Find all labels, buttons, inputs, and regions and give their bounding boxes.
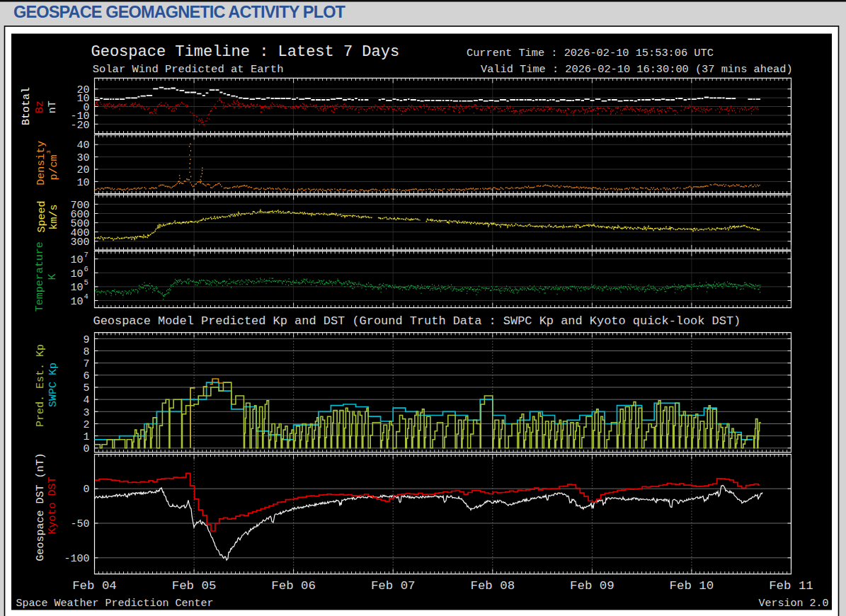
- svg-text:Feb 10: Feb 10: [670, 579, 714, 593]
- svg-text:20: 20: [76, 164, 89, 176]
- svg-text:Feb 07: Feb 07: [371, 579, 416, 593]
- svg-text:7: 7: [84, 251, 88, 259]
- svg-text:K: K: [47, 273, 59, 280]
- svg-text:30: 30: [76, 152, 89, 164]
- svg-text:Bz: Bz: [34, 101, 46, 113]
- svg-text:2: 2: [83, 419, 89, 431]
- svg-text:GEOSPACE GEOMAGNETIC ACTIVITY: GEOSPACE GEOMAGNETIC ACTIVITY PLOT: [13, 3, 346, 21]
- svg-text:Version 2.0: Version 2.0: [758, 598, 828, 610]
- svg-text:8: 8: [83, 346, 89, 358]
- svg-text:10: 10: [70, 254, 83, 266]
- svg-text:Feb 04: Feb 04: [72, 579, 117, 593]
- svg-text:4: 4: [83, 394, 89, 406]
- svg-text:Feb 05: Feb 05: [172, 579, 217, 593]
- svg-text:Speed: Speed: [36, 200, 48, 232]
- svg-text:40: 40: [76, 139, 89, 152]
- svg-text:5: 5: [83, 382, 89, 394]
- svg-text:6: 6: [83, 370, 89, 382]
- svg-text:1: 1: [83, 431, 89, 443]
- svg-text:5: 5: [84, 278, 88, 287]
- svg-text:10: 10: [70, 282, 83, 294]
- svg-text:10: 10: [76, 177, 89, 189]
- svg-text:p/cm: p/cm: [48, 154, 60, 180]
- svg-text:0: 0: [83, 443, 89, 455]
- svg-text:4: 4: [84, 292, 88, 301]
- svg-text:Geospace Model Predicted Kp an: Geospace Model Predicted Kp and DST (Gro…: [93, 314, 741, 328]
- svg-text:Feb 08: Feb 08: [470, 579, 515, 593]
- svg-text:Geospace Timeline : Latest 7 D: Geospace Timeline : Latest 7 Days: [91, 43, 400, 61]
- svg-text:0: 0: [83, 484, 89, 496]
- svg-text:-20: -20: [70, 120, 89, 132]
- svg-text:Kyoto DST: Kyoto DST: [47, 477, 59, 534]
- svg-text:SWPC Kp: SWPC Kp: [47, 363, 59, 407]
- svg-text:3: 3: [45, 150, 52, 154]
- svg-text:10: 10: [70, 268, 83, 280]
- svg-text:9: 9: [83, 334, 89, 346]
- svg-text:Btotal: Btotal: [21, 87, 33, 125]
- svg-text:Current Time : 2026-02-10 15:5: Current Time : 2026-02-10 15:53:06 UTC: [467, 47, 714, 59]
- svg-text:-50: -50: [70, 518, 89, 530]
- svg-text:nT: nT: [47, 101, 59, 113]
- svg-text:Solar Wind Predicted at Earth: Solar Wind Predicted at Earth: [93, 63, 284, 76]
- svg-text:700: 700: [70, 200, 89, 212]
- svg-text:7: 7: [83, 358, 89, 370]
- svg-text:3: 3: [83, 407, 89, 419]
- svg-text:-100: -100: [64, 553, 89, 565]
- svg-text:Temperature: Temperature: [34, 241, 46, 312]
- svg-text:Feb 11: Feb 11: [769, 579, 813, 593]
- svg-text:km/s: km/s: [48, 205, 60, 230]
- svg-text:Valid Time : 2026-02-10 16:30:: Valid Time : 2026-02-10 16:30:00 (37 min…: [481, 63, 793, 76]
- svg-text:10: 10: [70, 296, 83, 308]
- svg-text:Feb 09: Feb 09: [570, 579, 615, 593]
- svg-text:Feb 06: Feb 06: [271, 579, 316, 593]
- svg-text:6: 6: [84, 265, 88, 273]
- svg-text:Density: Density: [35, 141, 47, 186]
- svg-text:Space Weather Prediction Cente: Space Weather Prediction Center: [16, 598, 214, 610]
- svg-text:Geospace DST (nT): Geospace DST (nT): [35, 452, 47, 561]
- svg-text:Pred. Est. Kp: Pred. Est. Kp: [35, 344, 47, 427]
